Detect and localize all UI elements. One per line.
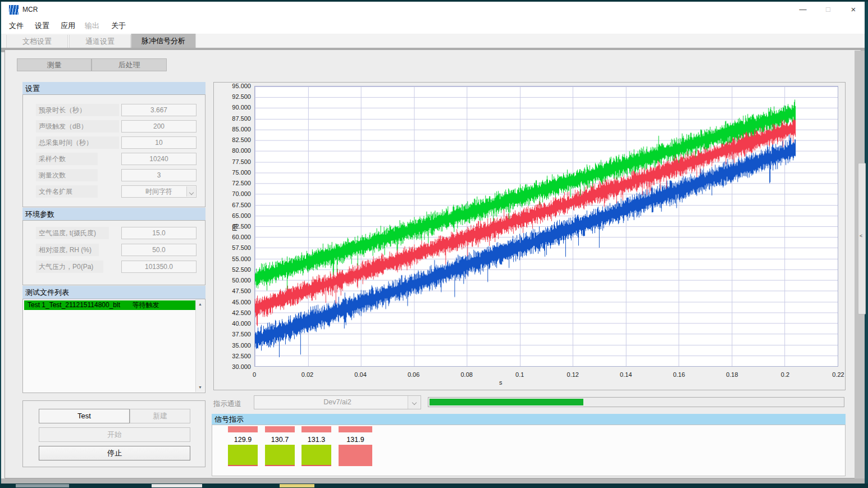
tab-document-settings[interactable]: 文档设置	[6, 35, 68, 48]
y-tick-label: 32.500	[214, 353, 251, 359]
air-temperature-field[interactable]: 15.0	[121, 227, 197, 239]
sample-count-label: 采样个数	[36, 153, 98, 165]
maximize-button-icon[interactable]: □	[816, 2, 840, 17]
signal-indicator-title: 信号指示	[212, 414, 846, 425]
humidity-label: 相对湿度, RH (%)	[36, 244, 99, 256]
taskbar-item	[152, 484, 202, 487]
app-icon	[9, 5, 19, 15]
prerecord-duration-label: 预录时长（秒）	[36, 104, 119, 116]
tab-pulse-signal-analysis[interactable]: 脉冲信号分析	[131, 34, 196, 48]
indicator-channel-value: Dev7/ai2	[323, 398, 351, 406]
taskbar-item	[280, 484, 314, 487]
y-tick-label: 72.500	[214, 180, 251, 186]
x-tick-label: 0.22	[832, 371, 844, 378]
indicator-channel-dropdown[interactable]: Dev7/ai2	[254, 395, 421, 409]
prerecord-duration-field[interactable]: 3.667	[121, 104, 197, 116]
signal-value: 131.9	[339, 436, 372, 444]
y-tick-label: 82.500	[214, 136, 251, 143]
window-bottom-band	[1, 478, 865, 484]
signal-value: 129.9	[228, 436, 258, 444]
signal-led	[301, 426, 331, 432]
measure-times-field[interactable]: 3	[121, 169, 197, 181]
total-time-field[interactable]: 10	[121, 136, 197, 149]
x-axis-label: s	[499, 379, 502, 386]
environment-panel: 环境参数 空气温度, t(摄氏度) 15.0 相对湿度, RH (%) 50.0…	[22, 208, 205, 285]
new-button[interactable]: 新建	[130, 409, 190, 423]
signal-value: 131.3	[301, 436, 331, 444]
x-tick-label: 0.16	[673, 371, 685, 378]
menu-bar: 文件 设置 应用 输出 关于	[1, 17, 865, 34]
menu-item-settings[interactable]: 设置	[35, 21, 49, 31]
signal-block	[228, 445, 258, 466]
menu-item-output[interactable]: 输出	[85, 21, 99, 31]
chart-panel: 95.00092.50090.00087.50085.00082.50080.0…	[213, 82, 846, 390]
environment-panel-title: 环境参数	[22, 208, 205, 221]
sample-count-field[interactable]: 10240	[121, 153, 197, 165]
menu-item-file[interactable]: 文件	[9, 21, 24, 31]
y-tick-label: 92.500	[214, 93, 251, 100]
file-name: Test 1_Test_211215114800_blt	[28, 301, 120, 309]
desktop: MCR — □ × 文件 设置 应用 输出 关于 文档设置 通道设置 脉冲信号分…	[0, 0, 868, 488]
signal-value: 130.7	[265, 436, 295, 444]
y-tick-label: 67.500	[214, 202, 251, 208]
indicator-channel-label: 指示通道	[213, 399, 241, 409]
measure-times-label: 测量次数	[36, 169, 98, 181]
collapse-left-icon: <	[860, 233, 862, 239]
test-name-field[interactable]: Test	[39, 409, 130, 423]
waveform-chart[interactable]	[254, 86, 838, 367]
y-tick-label: 40.000	[214, 320, 251, 327]
dropdown-chevron-icon[interactable]	[408, 396, 420, 409]
x-tick-label: 0.04	[354, 371, 366, 378]
signal-led	[228, 426, 258, 432]
y-tick-label: 42.500	[214, 309, 251, 316]
measure-button[interactable]: 测量	[17, 58, 92, 71]
y-tick-label: 85.000	[214, 126, 251, 133]
collapse-panel-handle[interactable]: <	[858, 163, 866, 314]
sound-trigger-field[interactable]: 200	[121, 120, 197, 133]
file-status: 等待触发	[132, 301, 159, 309]
minimize-button-icon[interactable]: —	[791, 2, 815, 17]
file-list-panel: 测试文件列表 Test 1_Test_211215114800_blt 等待触发…	[22, 286, 205, 393]
y-tick-label: 75.000	[214, 169, 251, 176]
total-time-label: 总采集时间（秒）	[36, 136, 119, 149]
y-tick-label: 70.000	[214, 190, 251, 197]
y-tick-label: 57.500	[214, 244, 251, 251]
y-axis-label: Pa	[231, 224, 238, 231]
pressure-field[interactable]: 101350.0	[121, 261, 197, 273]
file-list-scrollbar[interactable]: ▲ ▼	[195, 300, 204, 392]
filename-ext-label: 文件名扩展	[36, 185, 98, 198]
humidity-field[interactable]: 50.0	[121, 244, 197, 256]
start-button[interactable]: 开始	[39, 427, 190, 442]
x-tick-label: 0.14	[620, 371, 632, 378]
y-tick-label: 45.000	[214, 299, 251, 305]
filename-ext-dropdown[interactable]: 时间字符	[121, 185, 197, 198]
dropdown-chevron-icon[interactable]	[186, 186, 195, 197]
file-list-title: 测试文件列表	[22, 286, 205, 299]
y-tick-label: 77.500	[214, 158, 251, 165]
x-tick-label: 0.1	[515, 371, 524, 378]
scroll-up-icon[interactable]: ▲	[196, 300, 204, 309]
stop-button[interactable]: 停止	[39, 446, 190, 460]
pressure-label: 大气压力，P0(Pa)	[36, 261, 103, 273]
settings-panel-title: 设置	[22, 82, 205, 95]
y-tick-label: 55.000	[214, 256, 251, 262]
close-button-icon[interactable]: ×	[841, 2, 866, 17]
scroll-down-icon[interactable]: ▼	[196, 383, 204, 392]
y-tick-label: 95.000	[214, 83, 251, 89]
tab-channel-settings[interactable]: 通道设置	[69, 35, 131, 48]
file-list: Test 1_Test_211215114800_blt 等待触发 ▲ ▼	[22, 299, 205, 393]
postprocess-button[interactable]: 后处理	[92, 58, 167, 71]
progress-fill	[430, 399, 583, 405]
settings-panel: 设置 预录时长（秒） 3.667 声级触发（dB） 200 总采集时间（秒） 1…	[22, 82, 205, 207]
menu-item-about[interactable]: 关于	[111, 21, 126, 31]
y-tick-label: 65.000	[214, 212, 251, 219]
y-tick-label: 80.000	[214, 147, 251, 154]
signal-block	[339, 445, 372, 466]
y-tick-label: 60.000	[214, 234, 251, 240]
file-list-row[interactable]: Test 1_Test_211215114800_blt 等待触发	[24, 300, 195, 310]
x-tick-label: 0.12	[567, 371, 579, 378]
tab-strip: 文档设置 通道设置 脉冲信号分析	[1, 34, 865, 48]
app-window: MCR — □ × 文件 设置 应用 输出 关于 文档设置 通道设置 脉冲信号分…	[1, 2, 865, 484]
menu-item-apply[interactable]: 应用	[61, 21, 75, 31]
x-tick-label: 0	[253, 371, 256, 378]
